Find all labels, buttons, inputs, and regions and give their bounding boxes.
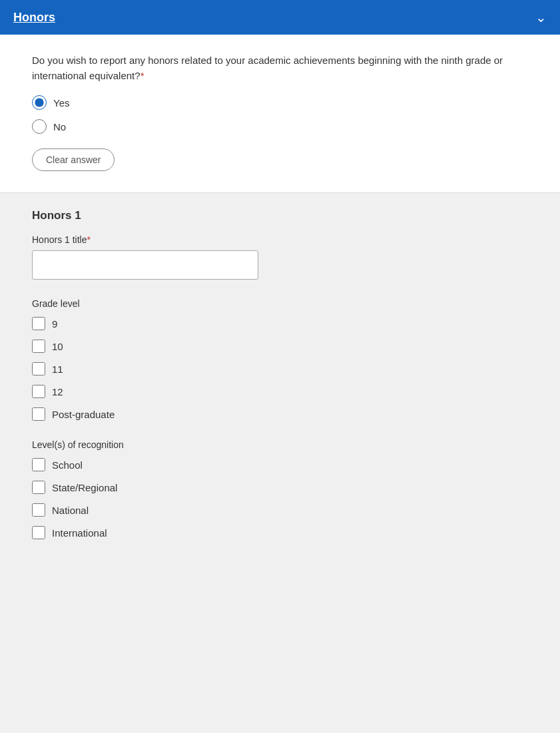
honors-header: Honors ⌄ (0, 0, 560, 35)
radio-yes-label: Yes (53, 97, 69, 109)
recognition-international-checkbox[interactable] (32, 526, 45, 539)
grade-9-checkbox[interactable] (32, 317, 45, 330)
recognition-school-checkbox[interactable] (32, 458, 45, 471)
radio-option-yes[interactable]: Yes (32, 95, 528, 110)
clear-answer-button[interactable]: Clear answer (32, 148, 115, 171)
grade-12-option[interactable]: 12 (32, 385, 528, 398)
required-star: * (140, 70, 144, 81)
recognition-school-option[interactable]: School (32, 458, 528, 471)
grade-postgraduate-checkbox[interactable] (32, 407, 45, 421)
grade-11-checkbox[interactable] (32, 362, 45, 375)
recognition-national-label: National (52, 505, 89, 516)
radio-no[interactable] (32, 119, 47, 134)
grade-level-checkbox-group: 9 10 11 12 Post-graduate (32, 317, 528, 421)
grade-postgraduate-option[interactable]: Post-graduate (32, 407, 528, 421)
grade-postgraduate-label: Post-graduate (52, 409, 115, 420)
recognition-state-option[interactable]: State/Regional (32, 481, 528, 494)
grade-12-checkbox[interactable] (32, 385, 45, 398)
recognition-national-option[interactable]: National (32, 503, 528, 517)
recognition-checkbox-group: School State/Regional National Internati… (32, 458, 528, 539)
radio-no-label: No (53, 121, 66, 132)
recognition-state-label: State/Regional (52, 482, 117, 493)
recognition-level-label: Level(s) of recognition (32, 439, 528, 450)
question-text: Do you wish to report any honors related… (32, 53, 528, 83)
page-wrapper: Honors ⌄ Do you wish to report any honor… (0, 0, 560, 733)
yes-no-radio-group: Yes No (32, 95, 528, 134)
honors-header-title[interactable]: Honors (13, 11, 55, 25)
grade-9-option[interactable]: 9 (32, 317, 528, 330)
radio-yes[interactable] (32, 95, 47, 110)
recognition-international-option[interactable]: International (32, 526, 528, 539)
recognition-school-label: School (52, 459, 83, 471)
recognition-national-checkbox[interactable] (32, 503, 45, 517)
honors1-section-title: Honors 1 (32, 209, 528, 222)
recognition-international-label: International (52, 527, 107, 539)
grade-9-label: 9 (52, 318, 57, 330)
radio-option-no[interactable]: No (32, 119, 528, 134)
honors1-title-label: Honors 1 title* (32, 234, 528, 245)
honors1-title-input[interactable] (32, 250, 258, 280)
grade-10-checkbox[interactable] (32, 340, 45, 353)
yes-no-question-card: Do you wish to report any honors related… (0, 35, 560, 193)
recognition-state-checkbox[interactable] (32, 481, 45, 494)
grade-12-label: 12 (52, 386, 63, 397)
grade-11-label: 11 (52, 364, 63, 375)
required-star-title: * (87, 234, 90, 245)
honors1-section: Honors 1 Honors 1 title* Grade level 9 1… (0, 193, 560, 579)
chevron-down-icon[interactable]: ⌄ (535, 9, 547, 25)
grade-10-label: 10 (52, 341, 63, 352)
grade-11-option[interactable]: 11 (32, 362, 528, 375)
grade-level-label: Grade level (32, 298, 528, 309)
grade-10-option[interactable]: 10 (32, 340, 528, 353)
